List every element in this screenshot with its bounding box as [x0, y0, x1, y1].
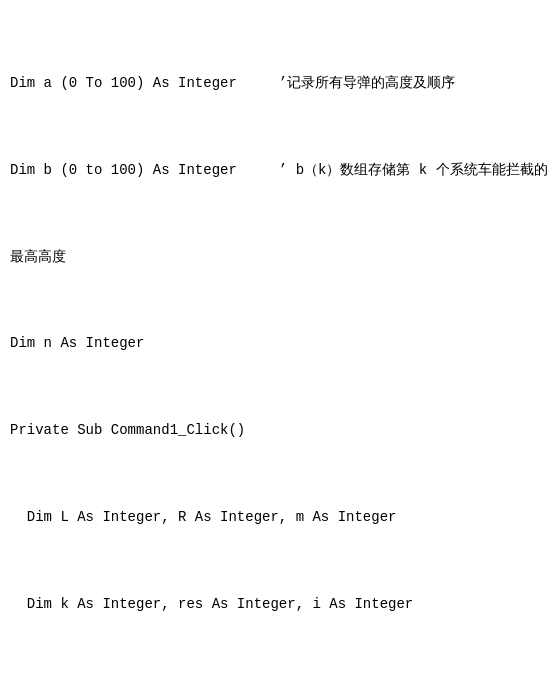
line-5-text: Private Sub Command1_Click()	[10, 420, 245, 442]
line-6: Dim L As Integer, R As Integer, m As Int…	[10, 507, 547, 529]
line-1: Dim a (0 To 100) As Integer ’记录所有导弹的高度及顺…	[10, 73, 547, 95]
line-3: 最高高度	[10, 247, 547, 269]
line-7: Dim k As Integer, res As Integer, i As I…	[10, 594, 547, 616]
line-4: Dim n As Integer	[10, 333, 547, 355]
line-2-text: Dim b (0 to 100) As Integer ’ b（k）数组存储第 …	[10, 160, 548, 182]
line-5: Private Sub Command1_Click()	[10, 420, 547, 442]
line-3-text: 最高高度	[10, 247, 66, 269]
line-4-text: Dim n As Integer	[10, 333, 144, 355]
code-block: Dim a (0 To 100) As Integer ’记录所有导弹的高度及顺…	[10, 8, 547, 680]
line-6-text: Dim L As Integer, R As Integer, m As Int…	[10, 507, 396, 529]
line-7-text: Dim k As Integer, res As Integer, i As I…	[10, 594, 413, 616]
line-2: Dim b (0 to 100) As Integer ’ b（k）数组存储第 …	[10, 160, 547, 182]
line-1-text: Dim a (0 To 100) As Integer ’记录所有导弹的高度及顺…	[10, 73, 455, 95]
